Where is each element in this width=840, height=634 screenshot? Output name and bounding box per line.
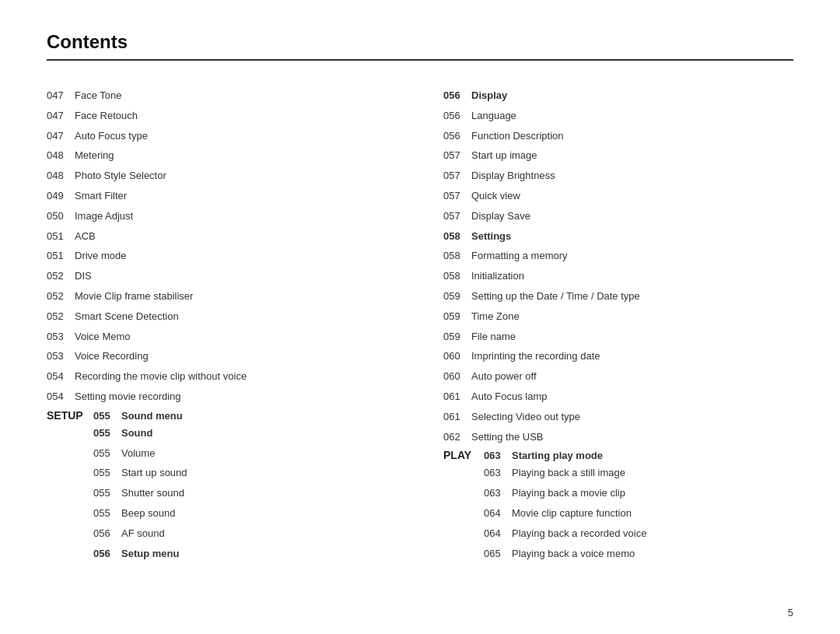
entry-label: Display [471,88,793,104]
page-num: 048 [47,168,75,184]
title-section: Contents [47,31,793,61]
list-item: 052 DIS [47,268,397,285]
page-num: 065 [443,546,512,562]
entry-label: ACB [75,229,397,245]
entry-label: Initialization [471,268,793,285]
list-item: 049 Smart Filter [47,188,397,205]
list-item: 057 Display Brightness [443,168,793,184]
page-num: 055 [47,446,121,462]
page-num: 051 [47,248,75,264]
list-item: 056 Display [443,88,793,104]
page-num: 057 [443,168,471,184]
entry-label: Setting up the Date / Time / Date type [471,289,793,305]
entry-label: Playing back a movie clip [512,485,793,502]
page-num: 055 [47,485,121,502]
page-num: 055 [47,506,121,522]
list-item: 055 Volume [47,446,397,462]
page-num: 055 [93,410,121,422]
entry-label: Face Tone [75,88,397,104]
entry-label: Beep sound [121,506,397,522]
entry-label: Selecting Video out type [471,409,793,426]
entry-label: Sound menu [121,410,397,422]
list-item: 055 Shutter sound [47,485,397,502]
page-num: 063 [443,485,512,502]
page-num: 054 [47,369,75,385]
list-item: 063 Playing back a movie clip [443,485,793,502]
page-num: 056 [443,128,471,145]
col-right: 056 Display 056 Language 056 Function De… [443,84,793,566]
page-num: 059 [443,309,471,325]
page-num: 056 [47,526,121,542]
page-num: 063 [484,450,512,461]
entry-label: AF sound [121,526,397,542]
list-item: 047 Auto Focus type [47,128,397,145]
page-num: 055 [47,426,121,442]
list-item: 056 Function Description [443,128,793,145]
list-item: 053 Voice Recording [47,349,397,365]
list-item: 062 Setting the USB [443,429,793,446]
entry-label: Smart Filter [75,188,397,205]
entry-label: Starting play mode [512,450,793,461]
page-num: 048 [47,148,75,164]
setup-section-header: SETUP 055 Sound menu [47,409,397,422]
entry-label: Movie Clip frame stabiliser [75,289,397,305]
page-num: 052 [47,309,75,325]
page-num: 059 [443,329,471,345]
play-tag: PLAY [443,449,484,461]
list-item: 053 Voice Memo [47,329,397,345]
page-num: 061 [443,409,471,426]
list-item: 064 Movie clip capture function [443,506,793,522]
entry-label: Imprinting the recording date [471,349,793,365]
list-item: 054 Setting movie recording [47,389,397,405]
list-item: 050 Image Adjust [47,208,397,225]
page-num: 058 [443,248,471,264]
entry-label: Playing back a voice memo [512,546,793,562]
page-num: 050 [47,208,75,225]
page-num: 053 [47,349,75,365]
setup-tag: SETUP [47,409,93,422]
entry-label: Voice Recording [75,349,397,365]
page-num: 053 [47,329,75,345]
entry-label: Recording the movie clip without voice [75,369,397,385]
entry-label: Auto Focus lamp [471,389,793,405]
entry-label: File name [471,329,793,345]
page-num: 054 [47,389,75,405]
entry-label: Start up sound [121,465,397,482]
list-item: 058 Formatting a memory [443,248,793,264]
list-item: 059 Setting up the Date / Time / Date ty… [443,289,793,305]
page-num: 057 [443,148,471,164]
play-section: PLAY 063 Starting play mode 063 Playing … [443,449,793,562]
play-section-header: PLAY 063 Starting play mode [443,449,793,461]
page-num: 052 [47,289,75,305]
page-num: 059 [443,289,471,305]
entry-label: Image Adjust [75,208,397,225]
entry-label: DIS [75,268,397,285]
page-num: 047 [47,88,75,104]
entry-label: Setting movie recording [75,389,397,405]
entry-label: Smart Scene Detection [75,309,397,325]
list-item: 051 ACB [47,229,397,245]
list-item: 057 Display Save [443,208,793,225]
list-item: 051 Drive mode [47,248,397,264]
page-num: 051 [47,229,75,245]
content-grid: 047 Face Tone 047 Face Retouch 047 Auto … [47,84,793,566]
page-num: 064 [443,526,512,542]
page-num: 062 [443,429,471,446]
col-left: 047 Face Tone 047 Face Retouch 047 Auto … [47,84,397,566]
list-item: 055 Sound [47,426,397,442]
list-item: 056 AF sound [47,526,397,542]
entry-label: Drive mode [75,248,397,264]
list-item: 056 Language [443,108,793,124]
entry-label: Setup menu [121,546,397,562]
list-item: 065 Playing back a voice memo [443,546,793,562]
page-num: 057 [443,208,471,225]
entry-label: Shutter sound [121,485,397,502]
page-num: 047 [47,108,75,124]
page-num: 060 [443,349,471,365]
page-num: 061 [443,389,471,405]
page-number-footer: 5 [788,607,793,618]
list-item: 054 Recording the movie clip without voi… [47,369,397,385]
page-num: 056 [47,546,121,562]
entry-label: Function Description [471,128,793,145]
entry-label: Playing back a still image [512,465,793,482]
